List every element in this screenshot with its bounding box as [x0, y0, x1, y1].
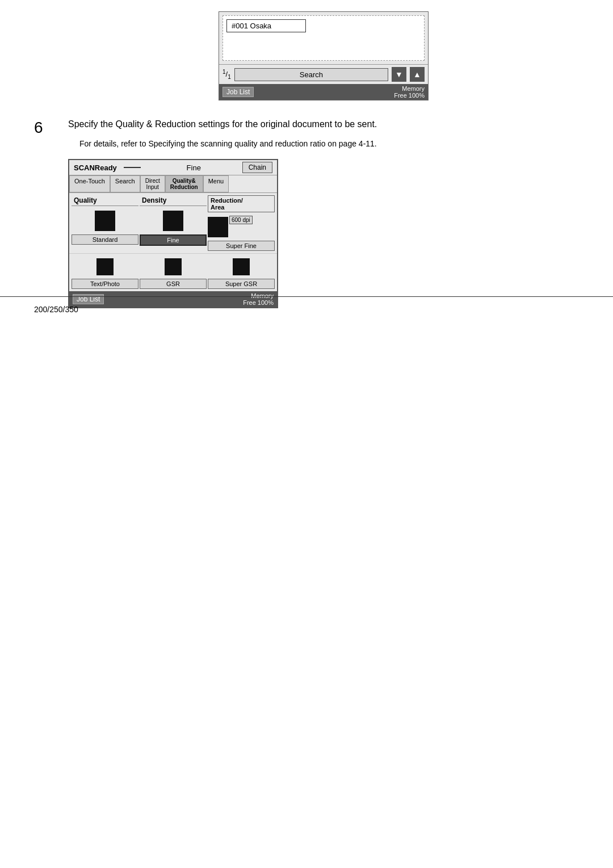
gsr-square — [165, 258, 182, 275]
density-col-header: Density — [140, 195, 207, 206]
density-col: Density Fine — [140, 195, 207, 251]
page-fraction: 1/1 — [222, 69, 231, 80]
super-fine-btn[interactable]: Super Fine — [208, 241, 275, 251]
footer-page-number: 200/250/350 — [34, 305, 78, 314]
quality-black-square — [95, 211, 115, 231]
step-number: 6 — [34, 118, 57, 308]
scan-ready-label: SCANReady — [74, 163, 117, 172]
reduction-col: Reduction/Area 600 dpi Super Fine — [208, 195, 275, 251]
top-job-list-bar: Job List Memory Free 100% — [219, 84, 428, 100]
quality-job-list-bar: Job List Memory Free 100% — [69, 291, 277, 307]
address-field: #001 Osaka — [226, 19, 306, 32]
super-gsr-col: Super GSR — [208, 256, 275, 289]
quality-col: Quality Standard — [72, 195, 138, 251]
quality-reduction-nav[interactable]: Quality&Reduction — [165, 175, 203, 192]
quality-body-row1: Quality Standard Density Fine Reduction/… — [69, 193, 277, 254]
quality-title-bar: SCANReady Fine Chain — [69, 160, 277, 175]
top-panel-bottom-bar: 1/1 Search ▼ ▲ — [219, 64, 428, 84]
text-photo-col: Text/Photo — [72, 256, 138, 289]
quality-col-header: Quality — [72, 195, 138, 206]
quality-job-list-label[interactable]: Job List — [73, 294, 104, 304]
address-area: #001 Osaka — [222, 15, 425, 61]
reduction-black-square — [208, 217, 228, 237]
chain-button[interactable]: Chain — [242, 162, 272, 173]
step6-section: 6 Specify the Quality & Reduction settin… — [0, 100, 613, 308]
gsr-col: GSR — [140, 256, 207, 289]
one-touch-nav[interactable]: One-Touch — [69, 175, 110, 192]
nav-down-button[interactable]: ▼ — [392, 67, 406, 82]
quality-memory-info: Memory Free 100% — [243, 292, 274, 306]
top-ui-panel: #001 Osaka 1/1 Search ▼ ▲ Job List Memor… — [219, 11, 429, 100]
footer-rule — [0, 296, 613, 297]
title-underline — [124, 167, 141, 168]
step-content: Specify the Quality & Reduction settings… — [68, 118, 579, 308]
fine-btn[interactable]: Fine — [140, 234, 207, 246]
super-gsr-btn[interactable]: Super GSR — [208, 279, 275, 289]
text-photo-square — [96, 258, 114, 275]
dpi-badge: 600 dpi — [229, 216, 253, 224]
direct-input-nav[interactable]: DirectInput — [140, 175, 165, 192]
reduction-col-header: Reduction/Area — [208, 195, 275, 212]
step-description: Specify the Quality & Reduction settings… — [68, 118, 579, 131]
quality-nav-bar: One-Touch Search DirectInput Quality&Red… — [69, 175, 277, 193]
top-job-list-label[interactable]: Job List — [222, 87, 254, 97]
gsr-btn[interactable]: GSR — [140, 279, 207, 289]
quality-panel: SCANReady Fine Chain One-Touch Search Di… — [68, 159, 278, 308]
super-gsr-square — [233, 258, 250, 275]
search-nav[interactable]: Search — [110, 175, 140, 192]
density-black-square — [163, 211, 183, 231]
menu-nav[interactable]: Menu — [203, 175, 229, 192]
search-button[interactable]: Search — [234, 68, 388, 81]
nav-up-button[interactable]: ▲ — [410, 67, 425, 82]
standard-btn[interactable]: Standard — [72, 234, 138, 245]
top-memory-info: Memory Free 100% — [394, 85, 425, 99]
text-photo-btn[interactable]: Text/Photo — [72, 279, 138, 289]
quality-body-row2: Text/Photo GSR Super GSR — [69, 254, 277, 291]
mode-label: Fine — [187, 163, 201, 172]
step-note: For details, refer to Specifying the sca… — [68, 138, 579, 150]
